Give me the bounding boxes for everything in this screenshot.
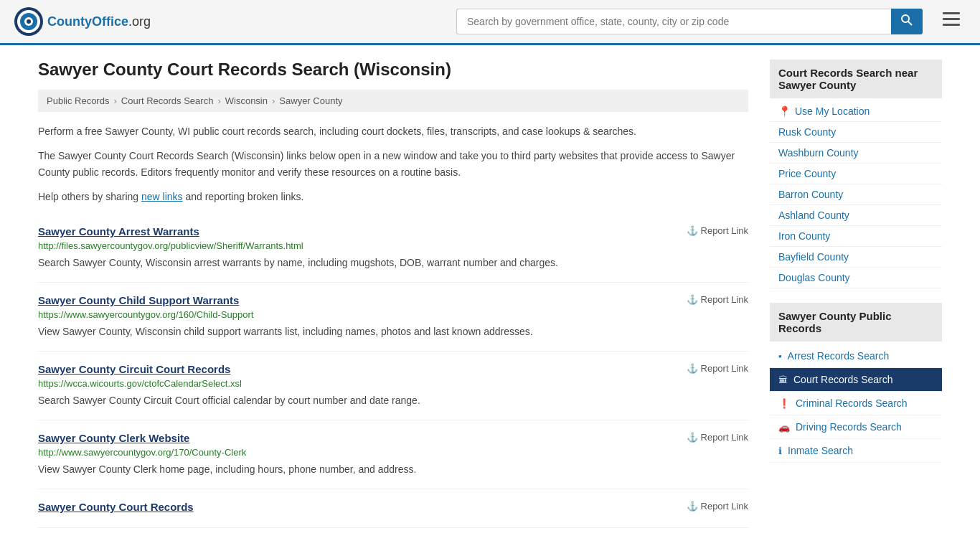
svg-line-10 <box>908 22 912 25</box>
records-nav-link[interactable]: ℹInmate Search <box>770 439 942 462</box>
new-links-link[interactable]: new links <box>141 191 183 202</box>
breadcrumb-wisconsin[interactable]: Wisconsin <box>225 95 268 106</box>
svg-rect-12 <box>943 18 960 20</box>
menu-button[interactable] <box>937 9 966 34</box>
record-item: Sawyer County Clerk Website⚓Report Linkh… <box>38 420 748 489</box>
records-nav-icon: ❗ <box>778 398 790 409</box>
nearby-county-item: Bayfield County <box>770 247 942 268</box>
record-desc: View Sawyer County, Wisconsin child supp… <box>38 324 748 339</box>
anchor-icon: ⚓ <box>687 225 698 236</box>
use-my-location-link[interactable]: 📍 Use My Location <box>778 105 933 117</box>
breadcrumb-public-records[interactable]: Public Records <box>47 95 109 106</box>
public-records-section: Sawyer County Public Records ▪Arrest Rec… <box>770 303 942 463</box>
nearby-county-link[interactable]: Bayfield County <box>778 251 849 263</box>
record-title-link[interactable]: Sawyer County Court Records <box>38 501 194 513</box>
record-header: Sawyer County Arrest Warrants⚓Report Lin… <box>38 225 748 237</box>
description-para3: Help others by sharing new links and rep… <box>38 189 748 204</box>
search-icon <box>901 14 913 26</box>
nearby-county-item: Rusk County <box>770 122 942 143</box>
nearby-county-link[interactable]: Washburn County <box>778 147 859 159</box>
nearby-county-link[interactable]: Price County <box>778 168 836 179</box>
records-nav-item: 🏛Court Records Search <box>770 368 942 392</box>
records-nav-label: Inmate Search <box>788 445 853 456</box>
report-link[interactable]: ⚓Report Link <box>687 363 748 374</box>
nearby-county-link[interactable]: Barron County <box>778 189 843 200</box>
nearby-county-link[interactable]: Rusk County <box>778 126 836 138</box>
record-desc: Search Sawyer County, Wisconsin arrest w… <box>38 255 748 270</box>
anchor-icon: ⚓ <box>687 432 698 443</box>
record-item: Sawyer County Arrest Warrants⚓Report Lin… <box>38 214 748 283</box>
logo-link[interactable]: CountyOffice.org <box>14 7 151 36</box>
page-title: Sawyer County Court Records Search (Wisc… <box>38 60 748 80</box>
nearby-county-item: Price County <box>770 164 942 184</box>
anchor-icon: ⚓ <box>687 501 698 512</box>
record-title-link[interactable]: Sawyer County Arrest Warrants <box>38 225 199 237</box>
records-nav-link[interactable]: 🏛Court Records Search <box>770 368 942 391</box>
search-container <box>456 9 923 34</box>
record-item: Sawyer County Child Support Warrants⚓Rep… <box>38 283 748 352</box>
public-records-header: Sawyer County Public Records <box>770 303 942 342</box>
svg-rect-13 <box>943 24 960 26</box>
nearby-county-item: Ashland County <box>770 205 942 226</box>
records-nav-item: 🚗Driving Records Search <box>770 415 942 439</box>
record-title-link[interactable]: Sawyer County Child Support Warrants <box>38 294 239 306</box>
records-nav-icon: ▪ <box>778 351 782 362</box>
record-desc: View Sawyer County Clerk home page, incl… <box>38 462 748 477</box>
nearby-county-link[interactable]: Ashland County <box>778 209 849 221</box>
breadcrumb-court-records[interactable]: Court Records Search <box>121 95 214 106</box>
records-nav-item: ▪Arrest Records Search <box>770 344 942 368</box>
breadcrumb-sep-1: › <box>113 95 116 106</box>
report-link[interactable]: ⚓Report Link <box>687 432 748 443</box>
records-nav-list: ▪Arrest Records Search🏛Court Records Sea… <box>770 344 942 463</box>
sidebar: Court Records Search near Sawyer County … <box>770 60 942 528</box>
record-header: Sawyer County Circuit Court Records⚓Repo… <box>38 363 748 375</box>
page-header: CountyOffice.org <box>0 0 980 45</box>
nearby-list: 📍 Use My Location Rusk CountyWashburn Co… <box>770 101 942 288</box>
record-url: http://www.sawyercountygov.org/170/Count… <box>38 447 748 458</box>
nearby-county-item: Iron County <box>770 226 942 247</box>
location-pin-icon: 📍 <box>778 105 791 117</box>
report-label: Report Link <box>701 294 748 305</box>
content-area: Sawyer County Court Records Search (Wisc… <box>38 60 748 528</box>
breadcrumb-current: Sawyer County <box>279 95 342 106</box>
anchor-icon: ⚓ <box>687 363 698 374</box>
report-label: Report Link <box>701 363 748 374</box>
search-button[interactable] <box>891 9 923 34</box>
nearby-county-item: Washburn County <box>770 143 942 164</box>
svg-rect-11 <box>943 12 960 14</box>
report-link[interactable]: ⚓Report Link <box>687 501 748 512</box>
record-desc: Search Sawyer County Circuit Court offic… <box>38 393 748 408</box>
search-input[interactable] <box>456 9 891 34</box>
report-link[interactable]: ⚓Report Link <box>687 294 748 305</box>
records-nav-label: Court Records Search <box>793 374 893 385</box>
report-label: Report Link <box>701 501 748 512</box>
hamburger-icon <box>943 12 960 27</box>
report-link[interactable]: ⚓Report Link <box>687 225 748 236</box>
breadcrumb-sep-3: › <box>272 95 275 106</box>
logo-icon <box>14 7 43 36</box>
description-para2: The Sawyer County Court Records Search (… <box>38 148 748 180</box>
report-label: Report Link <box>701 432 748 443</box>
records-nav-link[interactable]: ❗Criminal Records Search <box>770 392 942 415</box>
svg-point-9 <box>902 15 909 22</box>
nearby-county-link[interactable]: Douglas County <box>778 272 850 283</box>
nearby-county-item: Barron County <box>770 184 942 205</box>
records-nav-label: Criminal Records Search <box>796 397 908 409</box>
records-nav-icon: 🚗 <box>778 422 790 433</box>
record-url: https://wcca.wicourts.gov/ctofcCalendarS… <box>38 378 748 389</box>
nearby-header: Court Records Search near Sawyer County <box>770 60 942 98</box>
records-nav-item: ℹInmate Search <box>770 439 942 463</box>
record-title-link[interactable]: Sawyer County Clerk Website <box>38 432 189 444</box>
main-layout: Sawyer County Court Records Search (Wisc… <box>24 45 956 542</box>
record-item: Sawyer County Court Records⚓Report Link <box>38 489 748 528</box>
nearby-section: Court Records Search near Sawyer County … <box>770 60 942 288</box>
records-nav-link[interactable]: 🚗Driving Records Search <box>770 415 942 438</box>
record-title-link[interactable]: Sawyer County Circuit Court Records <box>38 363 230 375</box>
logo-text: CountyOffice.org <box>47 14 151 29</box>
records-nav-icon: 🏛 <box>778 375 788 385</box>
record-header: Sawyer County Clerk Website⚓Report Link <box>38 432 748 444</box>
nearby-county-link[interactable]: Iron County <box>778 230 830 242</box>
record-header: Sawyer County Child Support Warrants⚓Rep… <box>38 294 748 306</box>
records-nav-link[interactable]: ▪Arrest Records Search <box>770 344 942 367</box>
record-url: http://files.sawyercountygov.org/publicv… <box>38 240 748 251</box>
